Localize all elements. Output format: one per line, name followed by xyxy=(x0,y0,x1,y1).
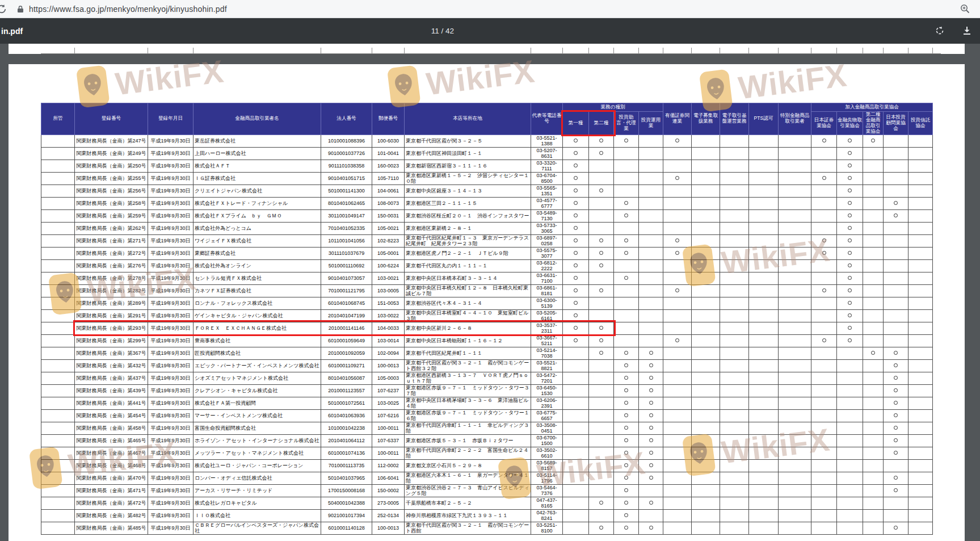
cell: 東京都渋谷区桜丘町２０－１ 渋谷インフォスタワー xyxy=(405,209,531,222)
cell: 神奈川県相模原市緑区下九沢１３９３－１１ xyxy=(405,509,531,522)
table-row: 関東財務局長（金商）第276号平成19年9月30日株式会社外為オンライン5010… xyxy=(41,259,933,272)
cell xyxy=(41,297,75,309)
mark-cell-ffaj xyxy=(837,309,863,322)
circle-mark xyxy=(574,288,578,292)
cell: 東京都港区赤坂５－３－１ 赤坂Ｂｉｚタワー xyxy=(405,434,531,447)
mark-cell-t1 xyxy=(563,209,589,222)
cell: 関東財務局長（金商）第367号 xyxy=(75,347,148,359)
cell: 5010001110692 xyxy=(321,259,372,272)
cell: 平成19年9月30日 xyxy=(148,497,194,509)
mark-cell-em xyxy=(692,447,720,459)
col-header-ita: 投資信託協会 xyxy=(909,112,933,135)
mark-cell-t2a xyxy=(863,135,884,147)
circle-mark xyxy=(624,251,628,255)
cell: 平成19年9月30日 xyxy=(148,472,194,484)
mark-cell-ffaj xyxy=(837,160,863,172)
mark-cell-jsda xyxy=(811,459,837,472)
circle-mark xyxy=(894,526,898,530)
mark-cell-t2a xyxy=(863,484,884,497)
cell: 関東財務局長（金商）第256号 xyxy=(75,184,148,197)
mark-cell-mgmt xyxy=(639,472,663,484)
cell: メッツラー・アセット・マネジメント株式会社 xyxy=(194,447,321,459)
previous-table-column-tick xyxy=(404,48,405,54)
mark-cell-pts xyxy=(749,197,779,209)
mark-cell-mgmt xyxy=(639,347,663,359)
cell: 平成19年9月30日 xyxy=(148,135,194,147)
previous-page-fragment xyxy=(9,44,965,54)
mark-cell-sec xyxy=(663,447,692,459)
cell xyxy=(41,259,75,272)
mark-cell-t2 xyxy=(589,222,614,234)
mark-cell-ffaj xyxy=(837,372,863,384)
mark-cell-t1 xyxy=(563,397,589,409)
mark-cell-mgmt xyxy=(639,409,663,422)
mark-cell-mgmt xyxy=(639,484,663,497)
mark-cell-ffaj xyxy=(837,359,863,372)
mark-cell-t2 xyxy=(589,409,614,422)
download-icon[interactable] xyxy=(962,26,972,36)
mark-cell-adv xyxy=(614,147,639,160)
mark-cell-t2 xyxy=(589,209,614,222)
mark-cell-jiaa xyxy=(884,172,909,184)
mark-cell-ita xyxy=(909,184,933,197)
circle-mark xyxy=(574,251,578,255)
reload-icon[interactable] xyxy=(0,4,7,14)
mark-cell-t2a xyxy=(863,172,884,184)
cell: 160-0023 xyxy=(372,160,405,172)
cell: 03-3320-7111 xyxy=(531,160,563,172)
table-row: 関東財務局長（金商）第471号平成19年9月30日アーカス・リサーチ・リミテッド… xyxy=(41,484,933,497)
cell: 平成19年9月30日 xyxy=(148,222,194,234)
mark-cell-ita xyxy=(909,209,933,222)
table-row: 関東財務局長（金商）第272号平成19年9月30日東郷証券株式会社3011101… xyxy=(41,247,933,259)
url-text[interactable]: https://www.fsa.go.jp/menkyo/menkyoj/kin… xyxy=(29,5,227,14)
cell: 047-437-8165 xyxy=(531,497,563,509)
previous-table-column-tick xyxy=(663,48,663,54)
cell: 150-0031 xyxy=(372,209,405,222)
cell: 東京都中央区日本橋蛎殻町１－１６－１２ xyxy=(405,334,531,347)
mark-cell-t1 xyxy=(563,284,589,297)
mark-cell-jiaa xyxy=(884,284,909,297)
cell: 03-6700-1500 xyxy=(531,434,563,447)
previous-table-column-tick xyxy=(811,48,811,54)
circle-mark xyxy=(894,413,898,417)
circle-mark xyxy=(822,139,826,142)
mark-cell-t2a xyxy=(863,384,884,397)
mark-cell-em xyxy=(692,297,720,309)
mark-cell-sec xyxy=(663,372,692,384)
mark-cell-ita xyxy=(909,522,933,534)
mark-cell-etp xyxy=(720,247,749,259)
mark-cell-spec xyxy=(779,484,811,497)
mark-cell-t2 xyxy=(589,447,614,459)
mark-cell-ita xyxy=(909,259,933,272)
mark-cell-ffaj xyxy=(837,347,863,359)
circle-mark xyxy=(894,426,898,430)
mark-cell-jsda xyxy=(811,372,837,384)
mark-cell-sec xyxy=(663,259,692,272)
circle-mark xyxy=(624,413,628,417)
cell xyxy=(41,160,75,172)
mark-cell-em xyxy=(692,247,720,259)
cell: 関東財務局長（金商）第278号 xyxy=(75,272,148,284)
mark-cell-etp xyxy=(720,309,749,322)
cell: 1700150008168 xyxy=(321,484,372,497)
mark-cell-t1 xyxy=(563,234,589,247)
cell: 1011001041056 xyxy=(321,234,372,247)
lock-icon[interactable] xyxy=(17,5,24,13)
circle-mark xyxy=(624,363,628,367)
cell: 107-6216 xyxy=(372,409,405,422)
rotate-icon[interactable] xyxy=(935,26,945,36)
mark-cell-t2a xyxy=(863,459,884,472)
mark-cell-t2a xyxy=(863,397,884,409)
mark-cell-jiaa xyxy=(884,372,909,384)
mark-cell-ffaj xyxy=(837,222,863,234)
mark-cell-t2a xyxy=(863,272,884,284)
zoom-in-icon[interactable] xyxy=(960,4,970,14)
previous-table-column-tick xyxy=(74,48,75,54)
mark-cell-t2a xyxy=(863,184,884,197)
cell: 千葉県船橋市本町２－５－２ xyxy=(405,497,531,509)
circle-mark xyxy=(675,139,679,142)
circle-mark xyxy=(574,338,578,342)
cell xyxy=(41,484,75,497)
mark-cell-ita xyxy=(909,197,933,209)
cell xyxy=(41,409,75,422)
